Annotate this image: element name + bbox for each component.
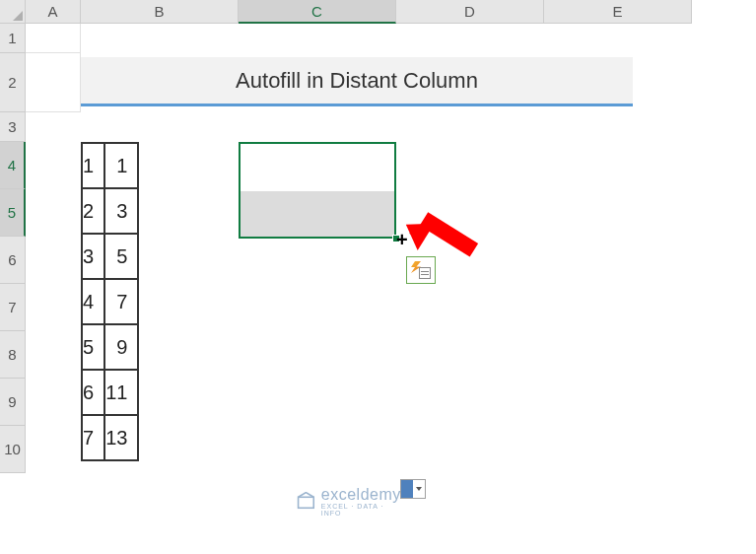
cell-c4[interactable]: 1	[104, 143, 138, 188]
col-header-a[interactable]: A	[26, 0, 81, 24]
col-header-e[interactable]: E	[544, 0, 692, 24]
select-all-button[interactable]	[0, 0, 26, 24]
cell-b4[interactable]: 1	[82, 143, 104, 188]
row-header-8[interactable]: 8	[0, 331, 26, 379]
row-header-7[interactable]: 7	[0, 284, 26, 331]
cell-c8[interactable]: 9	[104, 324, 138, 370]
cell-b9[interactable]: 6	[82, 370, 104, 415]
cell-b6[interactable]: 3	[82, 234, 104, 279]
quick-analysis-icon	[411, 261, 431, 279]
cell-c7[interactable]: 7	[104, 279, 138, 324]
exceldemy-logo-icon	[297, 492, 315, 512]
spreadsheet: A B C D E 1 2 3 4 5 6 7 8 9 10 Autofill …	[0, 0, 756, 554]
row-header-1[interactable]: 1	[0, 24, 26, 53]
cell-c5[interactable]: 3	[104, 188, 138, 234]
selection-shade	[241, 191, 394, 237]
page-title: Autofill in Distant Column	[81, 57, 633, 106]
cell-c10[interactable]: 13	[104, 415, 138, 460]
svg-rect-0	[299, 497, 314, 508]
cell-b8[interactable]: 5	[82, 324, 104, 370]
cell-c9[interactable]: 11	[104, 370, 138, 415]
col-header-b[interactable]: B	[81, 0, 239, 24]
cell-b10[interactable]: 7	[82, 415, 104, 460]
autofill-options-icon	[401, 480, 413, 498]
selection-box	[239, 142, 396, 239]
row-header-4[interactable]: 4	[0, 142, 26, 189]
col-header-d[interactable]: D	[396, 0, 544, 24]
column-headers: A B C D E	[26, 0, 692, 24]
row-headers: 1 2 3 4 5 6 7 8 9 10	[0, 24, 26, 473]
table-row: 4 7	[82, 279, 138, 324]
watermark-main: exceldemy	[321, 487, 402, 503]
row-header-3[interactable]: 3	[0, 112, 26, 142]
cell-b5[interactable]: 2	[82, 188, 104, 234]
table-row: 5 9	[82, 324, 138, 370]
table-row: 7 13	[82, 415, 138, 460]
col-header-c[interactable]: C	[239, 0, 396, 24]
autofill-options-button[interactable]	[400, 479, 426, 499]
table-row: 6 11	[82, 370, 138, 415]
quick-analysis-button[interactable]	[406, 256, 436, 284]
row-header-5[interactable]: 5	[0, 189, 26, 237]
chevron-down-icon	[416, 487, 422, 491]
cell-b7[interactable]: 4	[82, 279, 104, 324]
table-row: 1 1	[82, 143, 138, 188]
row-header-2[interactable]: 2	[0, 53, 26, 112]
cell-c6[interactable]: 5	[104, 234, 138, 279]
row-header-9[interactable]: 9	[0, 379, 26, 426]
row-header-10[interactable]: 10	[0, 426, 26, 473]
table-row: 3 5	[82, 234, 138, 279]
row-header-6[interactable]: 6	[0, 237, 26, 284]
watermark-sub: EXCEL · DATA · INFO	[321, 503, 402, 517]
watermark: exceldemy EXCEL · DATA · INFO	[297, 487, 402, 517]
fill-handle-cursor-icon: ++	[396, 230, 408, 249]
data-table: 1 1 2 3 3 5 4 7 5 9	[81, 142, 139, 461]
table-row: 2 3	[82, 188, 138, 234]
